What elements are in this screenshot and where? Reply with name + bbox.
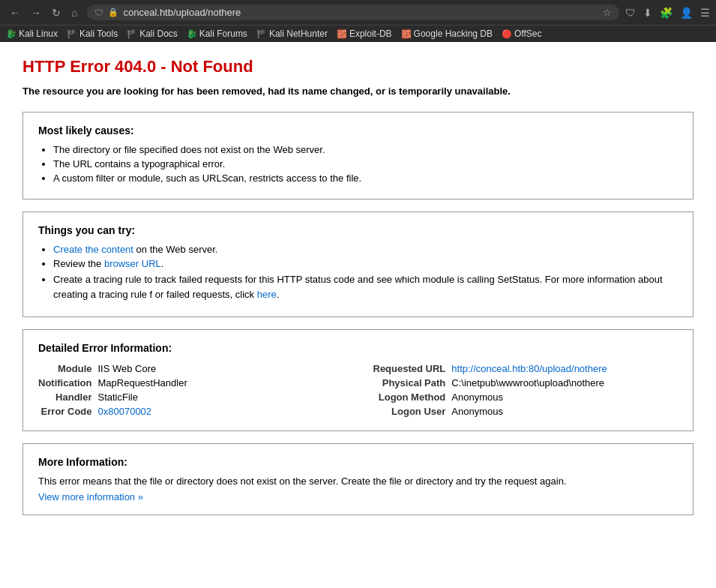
- google-hacking-icon: 🧱: [401, 29, 412, 39]
- error-code-value: 0x80070002: [98, 404, 187, 418]
- bookmark-kali-docs-label: Kali Docs: [139, 28, 178, 39]
- bookmark-kali-tools-label: Kali Tools: [79, 28, 118, 39]
- cause-item-1: The directory or file specified does not…: [53, 144, 678, 155]
- offsec-icon: 🔴: [502, 29, 512, 39]
- logon-method-value: Anonymous: [451, 390, 607, 404]
- error-code-label: Error Code: [38, 404, 98, 418]
- try-item-1: Create the content on the Web server.: [53, 244, 678, 255]
- bookmarks-bar: 🐉 Kali Linux 🏴 Kali Tools 🏴 Kali Docs 🐉 …: [0, 25, 716, 42]
- module-value: IIS Web Core: [98, 362, 187, 376]
- review-url-link[interactable]: browser URL: [104, 258, 161, 269]
- things-to-try-heading: Things you can try:: [38, 224, 678, 236]
- view-more-info-link[interactable]: View more information »: [38, 491, 143, 502]
- shield-action-icon[interactable]: 🛡: [625, 7, 636, 19]
- requested-url-link[interactable]: http://conceal.htb:80/upload/nothere: [451, 363, 607, 374]
- logon-user-row: Logon User Anonymous: [373, 404, 607, 418]
- detailed-error-box: Detailed Error Information: Module IIS W…: [22, 329, 694, 431]
- browser-toolbar: ← → ↻ ⌂ 🛡 🔒 conceal.htb/upload/nothere ☆…: [0, 0, 716, 25]
- bookmark-offsec[interactable]: 🔴 OffSec: [502, 28, 541, 39]
- error-code-link[interactable]: 0x80070002: [98, 406, 152, 417]
- cause-item-3: A custom filter or module, such as URLSc…: [53, 172, 678, 184]
- kali-nethunter-icon: 🏴: [256, 29, 267, 39]
- back-button[interactable]: ←: [6, 5, 24, 20]
- bookmark-kali-tools[interactable]: 🏴 Kali Tools: [67, 28, 118, 39]
- kali-tools-icon: 🏴: [67, 29, 77, 39]
- more-info-text: This error means that the file or direct…: [38, 476, 678, 487]
- physical-path-row: Physical Path C:\inetpub\wwwroot\upload\…: [373, 376, 607, 390]
- logon-method-row: Logon Method Anonymous: [373, 390, 607, 404]
- logon-user-value: Anonymous: [451, 404, 607, 418]
- most-likely-causes-list: The directory or file specified does not…: [38, 144, 678, 184]
- bookmark-kali-linux[interactable]: 🐉 Kali Linux: [6, 28, 58, 39]
- menu-icon[interactable]: ☰: [700, 7, 710, 19]
- requested-url-value: http://conceal.htb:80/upload/nothere: [451, 362, 607, 376]
- address-bar-container: 🛡 🔒 conceal.htb/upload/nothere ☆: [87, 4, 619, 20]
- more-information-box: More Information: This error means that …: [22, 443, 694, 515]
- bookmark-kali-forums[interactable]: 🐉 Kali Forums: [187, 28, 247, 39]
- forward-button[interactable]: →: [27, 5, 45, 20]
- cause-item-3-text: A custom filter or module, such as URLSc…: [53, 172, 361, 184]
- bookmark-kali-nethunter-label: Kali NetHunter: [269, 28, 328, 39]
- try-item-2: Review the browser URL.: [53, 258, 678, 269]
- handler-value: StaticFile: [98, 390, 187, 404]
- kali-forums-icon: 🐉: [187, 29, 197, 39]
- bookmark-kali-nethunter[interactable]: 🏴 Kali NetHunter: [256, 28, 328, 39]
- bookmark-google-hacking[interactable]: 🧱 Google Hacking DB: [401, 28, 493, 39]
- logon-method-label: Logon Method: [373, 390, 452, 404]
- module-row: Module IIS Web Core: [38, 362, 187, 376]
- bookmark-exploit-db-label: Exploit-DB: [349, 28, 392, 39]
- module-label: Module: [38, 362, 98, 376]
- things-to-try-box: Things you can try: Create the content o…: [22, 212, 694, 317]
- detail-right: Requested URL http://conceal.htb:80/uplo…: [373, 362, 679, 418]
- handler-row: Handler StaticFile: [38, 390, 187, 404]
- cause-item-2: The URL contains a typographical error.: [53, 158, 678, 170]
- notification-row: Notification MapRequestHandler: [38, 376, 187, 390]
- nav-buttons: ← → ↻ ⌂: [6, 5, 81, 20]
- bookmark-kali-docs[interactable]: 🏴 Kali Docs: [127, 28, 178, 39]
- try-item-3: Create a tracing rule to track failed re…: [53, 272, 678, 302]
- detail-left-col: Module IIS Web Core Notification MapRequ…: [38, 362, 187, 418]
- requested-url-row: Requested URL http://conceal.htb:80/uplo…: [373, 362, 607, 376]
- requested-url-label: Requested URL: [373, 362, 452, 376]
- bookmark-kali-forums-label: Kali Forums: [199, 28, 247, 39]
- more-information-heading: More Information:: [38, 456, 678, 468]
- most-likely-causes-heading: Most likely causes:: [38, 124, 678, 136]
- things-to-try-list: Create the content on the Web server. Re…: [38, 244, 678, 302]
- detailed-error-heading: Detailed Error Information:: [38, 342, 678, 354]
- create-content-link[interactable]: Create the content: [53, 244, 133, 255]
- shield-icon: 🛡: [94, 8, 103, 18]
- cause-item-1-text: The directory or file specified does not…: [53, 144, 325, 155]
- most-likely-causes-box: Most likely causes: The directory or fil…: [22, 112, 694, 200]
- browser-actions: 🛡 ⬇ 🧩 👤 ☰: [625, 7, 710, 19]
- cause-item-2-text: The URL contains a typographical error.: [53, 158, 225, 170]
- error-code-row: Error Code 0x80070002: [38, 404, 187, 418]
- detail-left: Module IIS Web Core Notification MapRequ…: [38, 362, 343, 418]
- exploit-db-icon: 🧱: [337, 29, 347, 39]
- bookmark-exploit-db[interactable]: 🧱 Exploit-DB: [337, 28, 392, 39]
- bookmark-star-icon[interactable]: ☆: [603, 7, 612, 18]
- refresh-button[interactable]: ↻: [48, 5, 64, 20]
- lock-icon: 🔒: [108, 8, 118, 17]
- page-content: HTTP Error 404.0 - Not Found The resourc…: [0, 42, 716, 542]
- logon-user-label: Logon User: [373, 404, 452, 418]
- home-button[interactable]: ⌂: [67, 5, 81, 20]
- detail-two-col: Module IIS Web Core Notification MapRequ…: [38, 362, 678, 418]
- bookmark-kali-linux-label: Kali Linux: [19, 28, 58, 39]
- here-link[interactable]: here: [257, 289, 277, 300]
- error-subtitle: The resource you are looking for has bee…: [22, 86, 694, 97]
- profile-icon[interactable]: 👤: [680, 7, 693, 19]
- physical-path-value: C:\inetpub\wwwroot\upload\nothere: [451, 376, 607, 390]
- bookmark-offsec-label: OffSec: [514, 28, 541, 39]
- error-title: HTTP Error 404.0 - Not Found: [22, 57, 694, 76]
- notification-label: Notification: [38, 376, 98, 390]
- url-text[interactable]: conceal.htb/upload/nothere: [123, 7, 598, 18]
- download-icon[interactable]: ⬇: [643, 7, 652, 19]
- notification-value: MapRequestHandler: [98, 376, 187, 390]
- extensions-icon[interactable]: 🧩: [660, 7, 673, 19]
- bookmark-google-hacking-label: Google Hacking DB: [414, 28, 493, 39]
- kali-linux-icon: 🐉: [6, 29, 16, 39]
- kali-docs-icon: 🏴: [127, 29, 137, 39]
- handler-label: Handler: [38, 390, 98, 404]
- physical-path-label: Physical Path: [373, 376, 452, 390]
- tracing-text: Create a tracing rule to track failed re…: [53, 274, 663, 300]
